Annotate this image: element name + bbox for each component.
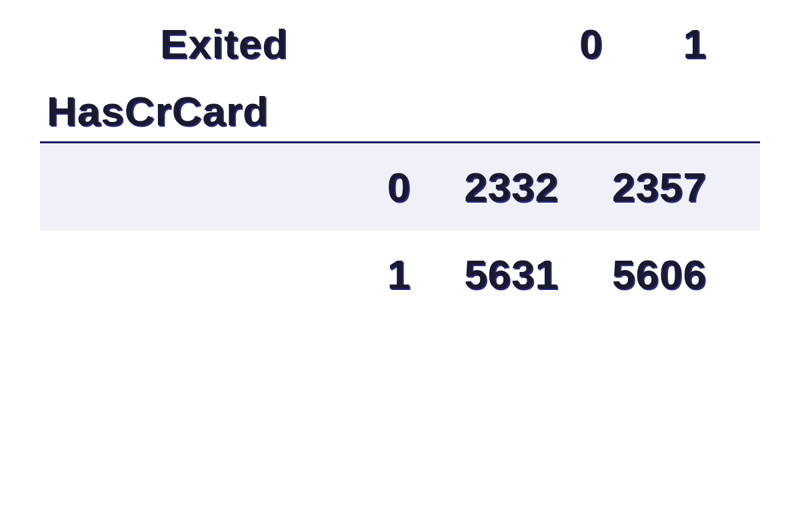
row-1-val1: 5606 (612, 251, 707, 298)
row-index-0: 0 (387, 163, 411, 211)
col1-header: 1 (683, 20, 707, 67)
hascr-label: HasCrCard (40, 87, 760, 135)
data-row-1: 1 5631 5606 (40, 231, 760, 318)
row-0-val1: 2357 (612, 163, 707, 211)
row-label-section: HasCrCard (40, 87, 760, 143)
exited-header: Exited (160, 20, 288, 67)
col0-header: 0 (579, 20, 603, 67)
row-0-val0: 2332 (464, 163, 559, 211)
header-row: Exited 0 1 (40, 20, 760, 67)
row-index-1: 1 (387, 251, 411, 298)
main-container: Exited 0 1 HasCrCard 0 2332 2357 1 5631 … (0, 0, 800, 532)
row-1-val0: 5631 (464, 251, 559, 298)
data-row-0: 0 2332 2357 (40, 143, 760, 231)
